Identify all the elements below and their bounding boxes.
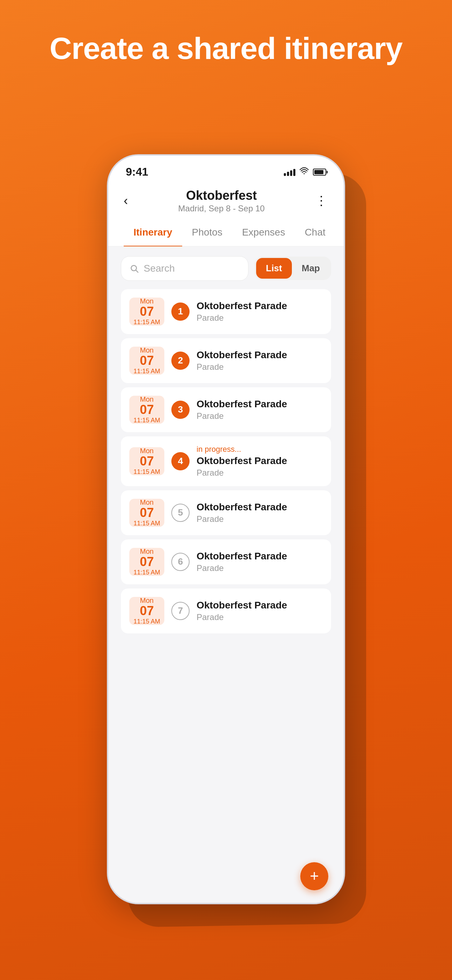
event-day-num: 07 — [140, 403, 154, 416]
event-time: 11:15 AM — [134, 417, 160, 424]
signal-icon — [284, 168, 295, 176]
event-title: Oktoberfest Parade — [197, 600, 323, 611]
event-date: Mon 07 11:15 AM — [129, 548, 164, 576]
event-subtitle: Parade — [197, 563, 323, 573]
event-list: Mon 07 11:15 AM 1 Oktoberfest Parade Par… — [121, 289, 331, 633]
status-time: 9:41 — [126, 165, 148, 178]
svg-line-2 — [136, 270, 138, 272]
event-number: 3 — [171, 401, 189, 419]
event-date: Mon 07 11:15 AM — [129, 347, 164, 375]
phone-mockup: 9:41 — [107, 154, 345, 925]
status-bar: 9:41 — [108, 156, 344, 182]
back-button[interactable]: ‹ — [124, 194, 128, 208]
phone-frame: 9:41 — [107, 154, 345, 904]
search-icon — [130, 264, 139, 273]
event-title: Oktoberfest Parade — [197, 301, 323, 312]
event-info: Oktoberfest Parade Parade — [197, 550, 323, 573]
phone-screen: 9:41 — [108, 156, 344, 903]
event-number: 4 — [171, 452, 189, 470]
list-view-button[interactable]: List — [256, 258, 292, 278]
event-number: 1 — [171, 302, 189, 321]
event-day-num: 07 — [140, 354, 154, 367]
event-number: 7 — [171, 602, 189, 620]
tab-photos[interactable]: Photos — [182, 219, 232, 247]
event-time: 11:15 AM — [134, 618, 160, 625]
add-event-fab[interactable]: + — [300, 862, 328, 890]
event-time: 11:15 AM — [134, 318, 160, 326]
event-day-num: 07 — [140, 555, 154, 568]
event-number: 5 — [171, 504, 189, 522]
svg-point-0 — [304, 173, 304, 174]
search-placeholder: Search — [144, 263, 175, 274]
event-subtitle: Parade — [197, 313, 323, 323]
event-number: 2 — [171, 352, 189, 370]
event-card[interactable]: Mon 07 11:15 AM 7 Oktoberfest Parade Par… — [121, 589, 331, 633]
event-time: 11:15 AM — [134, 368, 160, 375]
event-time: 11:15 AM — [134, 569, 160, 576]
event-title: Oktoberfest Parade — [197, 350, 323, 361]
view-toggle: List Map — [255, 256, 331, 280]
nav-bar: ‹ Oktoberfest Madrid, Sep 8 - Sep 10 ⋮ — [108, 182, 344, 219]
event-card[interactable]: Mon 07 11:15 AM 5 Oktoberfest Parade Par… — [121, 490, 331, 535]
battery-icon — [313, 169, 326, 176]
nav-title: Oktoberfest — [178, 188, 265, 203]
content-area: Search List Map Mon 07 11:15 AM 1 Okto — [108, 247, 344, 903]
event-subtitle: Parade — [197, 612, 323, 622]
event-day-num: 07 — [140, 506, 154, 519]
event-info: Oktoberfest Parade Parade — [197, 501, 323, 524]
event-number: 6 — [171, 553, 189, 571]
event-card[interactable]: Mon 07 11:15 AM 3 Oktoberfest Parade Par… — [121, 387, 331, 432]
tab-itinerary[interactable]: Itinerary — [124, 219, 182, 247]
plus-icon: + — [310, 868, 319, 884]
event-title: Oktoberfest Parade — [197, 501, 323, 513]
nav-center: Oktoberfest Madrid, Sep 8 - Sep 10 — [178, 188, 265, 213]
event-card[interactable]: Mon 07 11:15 AM 1 Oktoberfest Parade Par… — [121, 289, 331, 334]
tabs-bar: Itinerary Photos Expenses Chat — [108, 219, 344, 247]
tab-expenses[interactable]: Expenses — [232, 219, 295, 247]
event-day-num: 07 — [140, 605, 154, 617]
event-card[interactable]: Mon 07 11:15 AM 2 Oktoberfest Parade Par… — [121, 338, 331, 383]
event-day-num: 07 — [140, 305, 154, 318]
event-date: Mon 07 11:15 AM — [129, 298, 164, 326]
event-time: 11:15 AM — [134, 520, 160, 527]
event-info: in progress... Oktoberfest Parade Parade — [197, 445, 323, 478]
more-options-button[interactable]: ⋮ — [315, 194, 328, 208]
event-title: Oktoberfest Parade — [197, 399, 323, 410]
event-time: 11:15 AM — [134, 468, 160, 476]
search-row: Search List Map — [121, 256, 331, 281]
event-date: Mon 07 11:15 AM — [129, 597, 164, 625]
event-info: Oktoberfest Parade Parade — [197, 399, 323, 421]
event-date: Mon 07 11:15 AM — [129, 447, 164, 475]
event-title: Oktoberfest Parade — [197, 550, 323, 562]
hero-title: Create a shared itinerary — [0, 32, 452, 65]
map-view-button[interactable]: Map — [292, 258, 330, 278]
search-box[interactable]: Search — [121, 256, 248, 281]
wifi-icon — [299, 167, 309, 177]
nav-subtitle: Madrid, Sep 8 - Sep 10 — [178, 204, 265, 213]
event-card[interactable]: Mon 07 11:15 AM 4 in progress... Oktober… — [121, 436, 331, 486]
event-info: Oktoberfest Parade Parade — [197, 600, 323, 622]
event-day-num: 07 — [140, 455, 154, 468]
status-icons — [284, 167, 326, 177]
event-card[interactable]: Mon 07 11:15 AM 6 Oktoberfest Parade Par… — [121, 539, 331, 584]
event-date: Mon 07 11:15 AM — [129, 396, 164, 424]
event-subtitle: Parade — [197, 468, 323, 478]
in-progress-label: in progress... — [197, 445, 323, 454]
event-subtitle: Parade — [197, 411, 323, 421]
event-subtitle: Parade — [197, 514, 323, 524]
event-subtitle: Parade — [197, 362, 323, 372]
tab-chat[interactable]: Chat — [295, 219, 335, 247]
event-info: Oktoberfest Parade Parade — [197, 301, 323, 323]
event-info: Oktoberfest Parade Parade — [197, 350, 323, 372]
event-title: Oktoberfest Parade — [197, 455, 323, 466]
event-date: Mon 07 11:15 AM — [129, 499, 164, 527]
